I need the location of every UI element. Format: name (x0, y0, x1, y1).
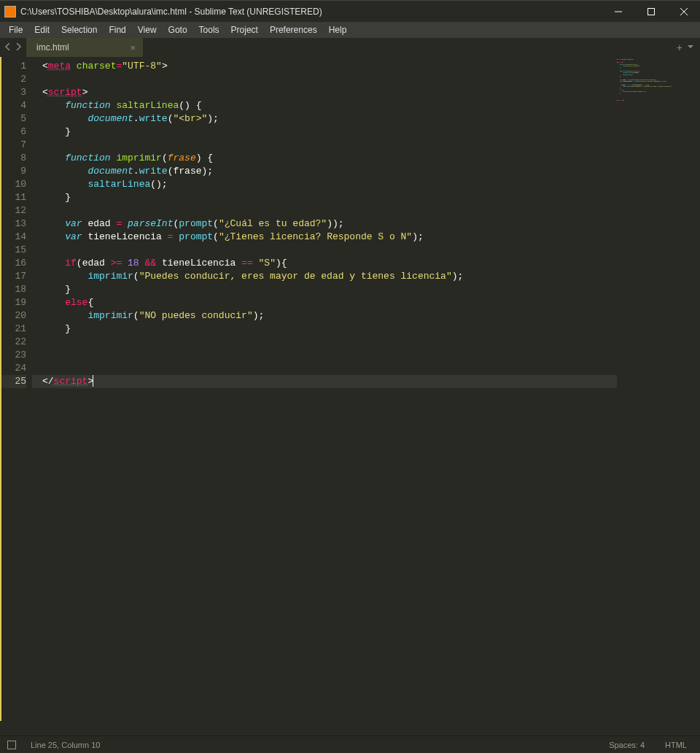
close-button[interactable] (667, 1, 700, 23)
window-titlebar: C:\Users\TOSHIBA\Desktop\alura\imc.html … (0, 0, 700, 22)
menubar: File Edit Selection Find View Goto Tools… (0, 22, 700, 38)
menu-tools[interactable]: Tools (193, 23, 225, 37)
code-editor[interactable]: <meta charset="UTF-8"><script> function … (32, 57, 617, 735)
minimap[interactable]: <meta charset="UTF-8"><script> function … (617, 57, 690, 735)
menu-preferences[interactable]: Preferences (264, 23, 323, 37)
app-icon (4, 6, 16, 18)
menu-find[interactable]: Find (103, 23, 131, 37)
menu-goto[interactable]: Goto (163, 23, 193, 37)
tab-dropdown-icon[interactable] (687, 42, 694, 53)
tab-label: imc.html (36, 42, 69, 53)
tab-bar: imc.html × + (0, 38, 700, 57)
menu-file[interactable]: File (3, 23, 28, 37)
minimize-button[interactable] (602, 1, 634, 23)
statusbar: Line 25, Column 10 Spaces: 4 HTML (0, 735, 700, 753)
window-title: C:\Users\TOSHIBA\Desktop\alura\imc.html … (20, 7, 602, 17)
maximize-button[interactable] (634, 1, 667, 23)
menu-edit[interactable]: Edit (28, 23, 55, 37)
menu-help[interactable]: Help (323, 23, 353, 37)
menu-project[interactable]: Project (225, 23, 264, 37)
status-indent[interactable]: Spaces: 4 (603, 741, 650, 749)
history-forward-icon[interactable] (15, 42, 22, 53)
tab-imc-html[interactable]: imc.html × (26, 38, 143, 57)
status-position[interactable]: Line 25, Column 10 (25, 741, 106, 749)
menu-view[interactable]: View (132, 23, 163, 37)
menu-selection[interactable]: Selection (55, 23, 103, 37)
dirty-indicator (0, 57, 1, 721)
editor-area: 1234567891011121314151617181920212223242… (0, 57, 700, 735)
history-back-icon[interactable] (4, 42, 12, 53)
vertical-scrollbar[interactable] (690, 57, 700, 735)
svg-rect-0 (648, 8, 654, 15)
new-tab-icon[interactable]: + (677, 42, 682, 53)
panel-switcher-icon[interactable] (7, 741, 16, 749)
line-number-gutter[interactable]: 1234567891011121314151617181920212223242… (0, 57, 32, 735)
status-syntax[interactable]: HTML (659, 741, 693, 749)
window-controls (602, 1, 700, 23)
tab-close-icon[interactable]: × (130, 42, 136, 53)
